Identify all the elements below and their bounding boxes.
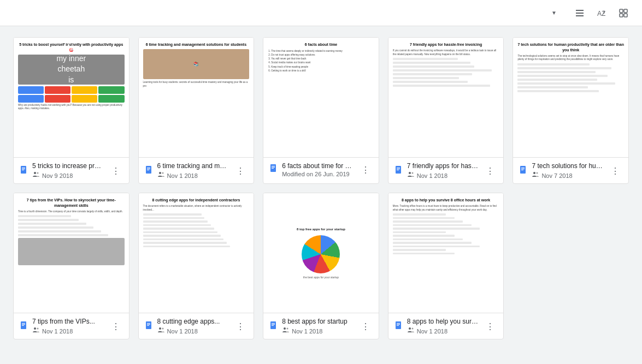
svg-rect-57 (397, 325, 399, 326)
doc-preview: 7 tips from the VIPs. How to skyrocket y… (14, 193, 129, 313)
doc-info: 7 friendly apps for hassle...Nov 1 2018 (407, 162, 480, 180)
doc-card[interactable]: 8 cutting edge apps for independent cont… (138, 193, 255, 339)
svg-point-34 (533, 172, 535, 174)
doc-date: Modified on 26 Jun. 2019 (282, 171, 350, 177)
document-icon (19, 165, 29, 177)
doc-footer: 8 cutting edge apps...Nov 1 2018⋮ (139, 313, 254, 339)
doc-date: Nov 7 2018 (541, 172, 572, 179)
doc-footer: 5 tricks to increase produ...Nov 9 2018⋮ (14, 158, 129, 183)
doc-info: 8 cutting edge apps...Nov 1 2018 (157, 318, 230, 336)
svg-rect-50 (272, 324, 275, 325)
doc-footer: 7 tech solutions for huma...Nov 7 2018⋮ (513, 158, 628, 183)
chevron-down-icon: ▼ (551, 10, 557, 16)
doc-meta: Modified on 26 Jun. 2019 (282, 171, 355, 177)
doc-date: Nov 9 2018 (42, 172, 73, 179)
doc-info: 6 facts about time for Pla...Modified on… (282, 162, 355, 177)
svg-rect-56 (397, 324, 400, 325)
doc-date: Nov 1 2018 (292, 328, 322, 335)
svg-rect-39 (22, 325, 24, 326)
svg-rect-23 (272, 168, 274, 169)
sort-button[interactable]: AZ (592, 3, 611, 23)
svg-rect-33 (521, 170, 523, 170)
document-icon (144, 165, 154, 177)
svg-rect-49 (272, 323, 275, 324)
svg-rect-6 (620, 14, 623, 17)
svg-rect-10 (22, 169, 25, 169)
doc-more-button[interactable]: ⋮ (233, 319, 248, 335)
doc-footer: 7 friendly apps for hassle...Nov 1 2018⋮ (388, 158, 504, 183)
doc-preview: 6 facts about timeThe time that seems de… (263, 38, 379, 158)
doc-preview: 6 time tracking and management solutions… (139, 38, 254, 158)
svg-point-41 (37, 328, 39, 330)
svg-rect-22 (272, 167, 275, 168)
doc-card[interactable]: 5 tricks to boost yourself instantly wit… (13, 37, 129, 184)
doc-footer: 8 apps to help you survive...Nov 1 2018⋮ (388, 313, 504, 339)
doc-name: 7 tips from the VIPs... (32, 318, 105, 325)
owner-selector[interactable]: ▼ (545, 8, 561, 18)
svg-rect-0 (576, 10, 584, 11)
top-bar: ▼ AZ (0, 0, 642, 26)
doc-card[interactable]: 7 tips from the VIPs. How to skyrocket y… (13, 193, 129, 339)
doc-card[interactable]: 6 time tracking and management solutions… (138, 37, 255, 184)
grid-view-icon (619, 8, 628, 18)
doc-name: 7 friendly apps for hassle... (407, 162, 480, 170)
svg-point-35 (537, 172, 538, 174)
doc-date: Nov 1 2018 (42, 328, 73, 335)
doc-meta: Nov 1 2018 (32, 326, 105, 336)
svg-rect-4 (620, 9, 623, 13)
doc-name: 8 apps to help you survive... (407, 318, 480, 325)
svg-rect-26 (397, 169, 400, 169)
svg-point-52 (284, 327, 286, 330)
doc-card[interactable]: 7 friendly apps for hassle-free invoicin… (388, 37, 504, 184)
doc-info: 6 time tracking and mana...Nov 1 2018 (157, 162, 230, 180)
svg-rect-32 (521, 169, 525, 169)
doc-footer: 8 best apps for startupNov 1 2018⋮ (263, 313, 379, 339)
doc-card[interactable]: 8 apps to help you survive 8 office hour… (388, 193, 504, 339)
doc-date: Nov 1 2018 (167, 328, 198, 335)
doc-footer: 6 facts about time for Pla...Modified on… (263, 158, 379, 181)
doc-meta: Nov 1 2018 (282, 326, 355, 336)
doc-more-button[interactable]: ⋮ (482, 319, 498, 335)
svg-rect-45 (147, 325, 149, 326)
people-icon (32, 171, 40, 180)
svg-rect-17 (147, 170, 149, 170)
grid-container: 5 tricks to boost yourself instantly wit… (0, 26, 642, 364)
svg-rect-1 (576, 13, 584, 14)
doc-more-button[interactable]: ⋮ (108, 164, 123, 179)
grid-view-button[interactable] (614, 3, 633, 23)
doc-preview: 7 friendly apps for hassle-free invoicin… (388, 38, 504, 158)
doc-meta: Nov 7 2018 (532, 171, 604, 180)
doc-date: Nov 1 2018 (417, 172, 447, 179)
doc-date: Nov 1 2018 (167, 172, 198, 179)
doc-more-button[interactable]: ⋮ (358, 319, 373, 335)
svg-point-40 (34, 327, 36, 330)
doc-more-button[interactable]: ⋮ (233, 164, 248, 179)
doc-card[interactable]: 6 facts about timeThe time that seems de… (263, 37, 379, 184)
svg-point-12 (34, 172, 36, 174)
svg-rect-5 (624, 9, 627, 13)
svg-rect-7 (624, 14, 627, 17)
svg-rect-55 (397, 323, 400, 324)
doc-info: 8 best apps for startupNov 1 2018 (282, 318, 355, 336)
doc-more-button[interactable]: ⋮ (482, 164, 498, 179)
toolbar-icons: AZ (570, 3, 633, 23)
doc-date: Nov 1 2018 (417, 328, 447, 335)
doc-card[interactable]: 7 tech solutions for human productivity … (513, 37, 629, 184)
doc-card[interactable]: 8 top free apps for your startupthe best… (263, 193, 379, 339)
svg-rect-25 (397, 168, 400, 168)
svg-rect-2 (576, 15, 584, 16)
svg-rect-21 (272, 166, 275, 166)
list-view-button[interactable] (570, 3, 590, 23)
doc-more-button[interactable]: ⋮ (358, 162, 373, 177)
doc-more-button[interactable]: ⋮ (608, 164, 623, 179)
svg-rect-38 (22, 324, 25, 325)
doc-name: 6 time tracking and mana... (157, 162, 230, 170)
doc-info: 5 tricks to increase produ...Nov 9 2018 (32, 162, 105, 180)
doc-more-button[interactable]: ⋮ (108, 319, 123, 335)
doc-name: 5 tricks to increase produ... (32, 162, 105, 170)
top-bar-right: ▼ AZ (545, 3, 633, 23)
svg-text:AZ: AZ (597, 10, 605, 17)
doc-name: 7 tech solutions for huma... (532, 162, 604, 170)
svg-point-29 (411, 172, 413, 174)
svg-point-19 (162, 172, 163, 174)
